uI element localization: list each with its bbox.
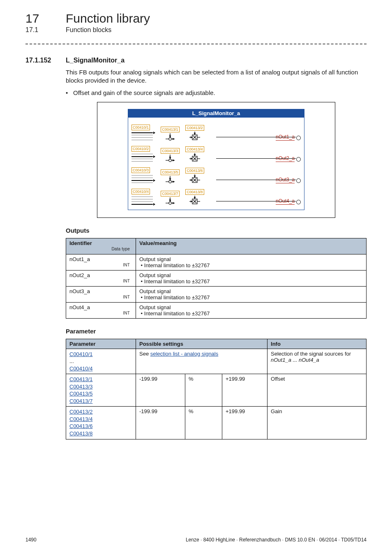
diagram-signal-row: C00410/4C00413/7+C00413/8nOut4_a — [131, 186, 301, 205]
subsection-number: 17.1.152 — [25, 57, 66, 64]
svg-point-44 — [169, 201, 171, 204]
bullet-dot: • — [66, 89, 73, 96]
section-title-top: Function blocks — [66, 26, 111, 34]
diagram-select-code: C00410/4 — [131, 189, 150, 194]
svg-marker-1 — [173, 138, 175, 140]
outputs-col-datatype: Data type — [111, 247, 130, 251]
output-value-sub: • Internal limitation to ±32767 — [139, 310, 210, 317]
gain-icon — [182, 196, 207, 205]
param-link[interactable]: C00413/1 — [69, 376, 132, 383]
diagram-output-label: nOut3_a — [276, 177, 295, 183]
diagram-select-code: C00410/1 — [131, 125, 150, 130]
diagram-gain-code: C00413/2 — [185, 125, 204, 131]
svg-marker-54 — [194, 197, 196, 199]
output-value-sub: • Internal limitation to ±32767 — [139, 262, 210, 268]
param-unit: % — [185, 407, 222, 439]
block-diagram: L_SignalMonitor_a C00410/1C00413/1+C0041… — [97, 102, 335, 218]
output-value-main: Output signal — [139, 304, 363, 310]
diagram-gain-code: C00413/8 — [185, 189, 204, 195]
param-link[interactable]: C00410/4 — [69, 365, 132, 372]
svg-marker-21 — [191, 157, 192, 160]
diagram-signal-row: C00410/2C00413/3+C00413/4nOut2_a — [131, 143, 301, 162]
divider — [25, 44, 367, 44]
svg-marker-49 — [191, 200, 192, 202]
output-port-icon — [296, 157, 301, 162]
output-datatype: INT — [123, 279, 130, 283]
subsection-title: L_SignalMonitor_a — [66, 57, 125, 64]
param-info: Offset — [267, 374, 367, 407]
param-info: Gain — [267, 407, 367, 439]
param-link[interactable]: C00413/7 — [69, 398, 132, 405]
diagram-offset-code: C00413/1 — [161, 127, 179, 132]
intro-paragraph: This FB outputs four analog signals whic… — [66, 68, 367, 85]
output-port-icon — [296, 136, 301, 140]
param-link[interactable]: C00413/2 — [69, 408, 132, 416]
output-datatype: INT — [123, 263, 130, 267]
section-number-top: 17.1 — [25, 26, 66, 34]
outputs-col-identifier: Identifier — [69, 240, 92, 246]
param-min: -199.99 — [136, 374, 185, 407]
offset-icon: + — [158, 133, 182, 141]
param-link[interactable]: C00413/4 — [69, 416, 132, 423]
offset-icon: + — [158, 176, 182, 183]
parameter-heading: Parameter — [66, 328, 367, 335]
offset-icon: + — [158, 155, 182, 162]
param-info-line: nOut1_a ... nOut4_a — [271, 357, 319, 363]
output-value-main: Output signal — [139, 288, 363, 294]
param-max: +199.99 — [222, 407, 267, 439]
svg-marker-43 — [173, 202, 175, 204]
diagram-offset-code: C00413/5 — [161, 169, 179, 175]
gain-icon — [182, 153, 207, 162]
param-col-settings: Possible settings — [136, 339, 267, 349]
param-link[interactable]: C00413/8 — [69, 430, 132, 437]
param-link[interactable]: C00410/1 — [69, 351, 132, 358]
diagram-signal-row: C00410/3C00413/5+C00413/6nOut3_a — [131, 164, 301, 183]
param-info-line: Selection of the signal sources for — [271, 351, 351, 357]
svg-marker-15 — [173, 159, 175, 161]
gain-icon — [182, 174, 207, 183]
selection-list-link[interactable]: selection list - analog signals — [150, 351, 218, 357]
diagram-offset-code: C00413/3 — [161, 148, 179, 154]
output-value-sub: • Internal limitation to ±32767 — [139, 278, 210, 284]
footer-info: Lenze · 8400 HighLine · Referenzhandbuch… — [186, 537, 367, 543]
svg-marker-40 — [194, 176, 196, 178]
output-value-main: Output signal — [139, 272, 363, 278]
bullet-text: Offset and gain of the source signals ar… — [73, 89, 215, 96]
outputs-col-value: Value/meaning — [136, 238, 367, 254]
param-col-info: Info — [267, 339, 367, 349]
diagram-select-code: C00410/2 — [131, 146, 150, 152]
outputs-heading: Outputs — [66, 227, 367, 234]
output-datatype: INT — [123, 311, 130, 315]
param-ellipsis: ... — [69, 358, 132, 365]
output-identifier: nOut3_a — [69, 288, 132, 294]
table-row: nOut4_aINTOutput signal • Internal limit… — [66, 302, 367, 318]
param-link[interactable]: C00413/3 — [69, 383, 132, 391]
output-value-sub: • Internal limitation to ±32767 — [139, 294, 210, 301]
output-port-icon — [296, 178, 301, 183]
param-unit: % — [185, 374, 222, 407]
table-row: nOut3_aINTOutput signal • Internal limit… — [66, 286, 367, 302]
diagram-offset-code: C00413/7 — [161, 191, 179, 197]
param-max: +199.99 — [222, 374, 267, 407]
diagram-select-code: C00410/3 — [131, 167, 150, 173]
svg-marker-12 — [194, 133, 196, 135]
diagram-output-label: nOut2_a — [276, 155, 295, 162]
param-link[interactable]: C00413/5 — [69, 390, 132, 398]
param-link[interactable]: C00413/6 — [69, 423, 132, 430]
output-value-main: Output signal — [139, 256, 363, 262]
diagram-gain-code: C00413/4 — [185, 146, 204, 152]
diagram-signal-row: C00410/1C00413/1+C00413/2nOut1_a — [131, 122, 301, 141]
svg-marker-29 — [173, 180, 175, 183]
table-row: nOut1_aINTOutput signal • Internal limit… — [66, 254, 367, 270]
output-datatype: INT — [123, 295, 130, 299]
output-identifier: nOut1_a — [69, 256, 132, 262]
gain-icon — [182, 132, 207, 141]
diagram-title: L_SignalMonitor_a — [128, 109, 304, 118]
output-identifier: nOut4_a — [69, 304, 132, 310]
see-prefix: See — [139, 351, 150, 357]
svg-marker-26 — [194, 154, 196, 156]
diagram-output-label: nOut4_a — [276, 198, 295, 205]
param-min: -199.99 — [136, 407, 185, 439]
output-port-icon — [296, 200, 301, 204]
offset-icon: + — [158, 197, 182, 205]
